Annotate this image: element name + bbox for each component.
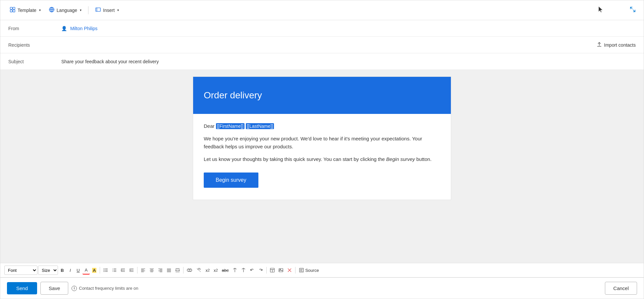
align-center-button[interactable] (148, 266, 156, 274)
email-salutation: Dear [[FirstName]] [[LastName]] (204, 123, 440, 129)
from-name: Milton Philips (70, 26, 97, 31)
insert-label: Insert (103, 8, 115, 13)
from-value: 👤 Milton Philips (61, 26, 636, 31)
align-right-button[interactable] (156, 266, 164, 274)
table-button[interactable] (268, 266, 276, 274)
survey-text-link: Begin survey (386, 156, 415, 162)
import-contacts-label: Import contacts (604, 42, 636, 48)
frequency-notice: i Contact frequency limits are on (72, 286, 138, 291)
size-select[interactable]: Size (38, 266, 58, 275)
bullet-list-button[interactable] (102, 266, 110, 274)
svg-line-11 (633, 10, 635, 12)
fmt-sep-1 (100, 267, 100, 274)
email-body-area[interactable]: Order delivery Dear [[FirstName]] [[Last… (0, 70, 644, 263)
justify-button[interactable] (165, 266, 173, 274)
paragraph-indent-button[interactable] (231, 266, 239, 274)
upload-icon (597, 42, 602, 48)
save-button[interactable]: Save (40, 282, 68, 295)
format-toolbar: Font Size B I U A A 1. 2. (0, 263, 644, 277)
subscript-button[interactable]: x2 (212, 266, 220, 274)
font-select[interactable]: Font (4, 266, 37, 275)
font-color-button[interactable]: A (82, 266, 90, 274)
svg-rect-8 (96, 8, 100, 12)
cursor-area (597, 6, 604, 15)
svg-point-18 (104, 271, 104, 272)
paragraph-outdent-button[interactable] (240, 266, 247, 274)
recipients-label: Recipients (8, 42, 61, 48)
template-icon (10, 7, 16, 14)
salutation-text: Dear (204, 123, 215, 129)
from-label: From (8, 26, 61, 31)
top-toolbar: Template ▾ Language ▾ (0, 0, 644, 20)
person-icon: 👤 (61, 26, 67, 31)
firstname-placeholder: [[FirstName]] (216, 123, 244, 129)
strikethrough-button[interactable]: abc (220, 266, 230, 274)
fmt-sep-4 (266, 267, 267, 274)
language-chevron: ▾ (80, 8, 81, 12)
fmt-sep-3 (183, 267, 184, 274)
subject-row: Subject Share your feedback about your r… (0, 53, 644, 70)
import-contacts-button[interactable]: Import contacts (597, 42, 636, 48)
template-label: Template (18, 8, 36, 13)
email-composer: Template ▾ Language ▾ (0, 0, 644, 299)
italic-button[interactable]: I (67, 266, 74, 274)
undo-button[interactable] (248, 266, 256, 274)
frequency-notice-text: Contact frequency limits are on (79, 286, 138, 291)
cancel-button[interactable]: Cancel (605, 282, 637, 295)
language-icon (49, 7, 55, 14)
svg-line-10 (630, 7, 632, 9)
template-button[interactable]: Template ▾ (6, 5, 45, 16)
bold-button[interactable]: B (59, 266, 66, 274)
svg-rect-3 (13, 10, 15, 12)
svg-rect-1 (13, 7, 15, 9)
align-left-button[interactable] (139, 266, 147, 274)
unlink-button[interactable] (194, 266, 203, 274)
email-survey-text: Let us know your thoughts by taking this… (204, 155, 440, 163)
send-button[interactable]: Send (7, 282, 37, 294)
svg-point-14 (104, 269, 104, 269)
redo-button[interactable] (257, 266, 265, 274)
insert-button[interactable]: Insert ▾ (91, 5, 123, 16)
image-button[interactable] (277, 266, 285, 274)
language-label: Language (57, 8, 77, 13)
link-button[interactable] (185, 266, 194, 274)
source-button[interactable]: Source (297, 266, 321, 274)
survey-text-pre: Let us know your thoughts by taking this… (204, 156, 386, 162)
svg-line-58 (242, 268, 243, 269)
email-header-title: Order delivery (204, 90, 440, 101)
survey-text-post: button. (415, 156, 432, 162)
outdent-button[interactable] (119, 266, 127, 274)
svg-rect-62 (279, 269, 283, 272)
svg-rect-0 (10, 7, 12, 9)
bottom-bar: Send Save i Contact frequency limits are… (0, 277, 644, 299)
svg-line-57 (235, 268, 237, 269)
email-preview: Order delivery Dear [[FirstName]] [[Last… (193, 76, 451, 200)
indent-more-button[interactable] (174, 266, 182, 274)
fmt-sep-2 (137, 267, 137, 274)
svg-rect-2 (10, 10, 12, 12)
from-row: From 👤 Milton Philips (0, 20, 644, 37)
expand-button[interactable] (630, 6, 636, 14)
underline-button[interactable]: U (75, 266, 82, 274)
superscript-button[interactable]: x2 (204, 266, 211, 274)
source-label: Source (305, 268, 319, 273)
svg-point-16 (104, 270, 104, 271)
svg-text:3.: 3. (112, 271, 113, 272)
begin-survey-button[interactable]: Begin survey (204, 173, 258, 188)
indent-button[interactable] (128, 266, 135, 274)
language-button[interactable]: Language ▾ (45, 5, 85, 16)
insert-chevron: ▾ (117, 8, 119, 12)
subject-value: Share your feedback about your recent de… (61, 59, 636, 64)
info-icon: i (72, 286, 77, 291)
toolbar-separator (88, 6, 88, 14)
subject-label: Subject (8, 59, 61, 64)
email-body-text: We hope you're enjoying your new product… (204, 135, 440, 151)
recipients-value[interactable] (61, 42, 597, 48)
recipients-input[interactable] (61, 42, 597, 48)
numbered-list-button[interactable]: 1. 2. 3. (110, 266, 118, 274)
email-content: Dear [[FirstName]] [[LastName]] We hope … (193, 114, 451, 200)
fmt-sep-5 (295, 267, 295, 274)
remove-format-button[interactable] (286, 266, 294, 274)
highlight-button[interactable]: A (90, 266, 98, 274)
insert-icon (95, 7, 101, 14)
